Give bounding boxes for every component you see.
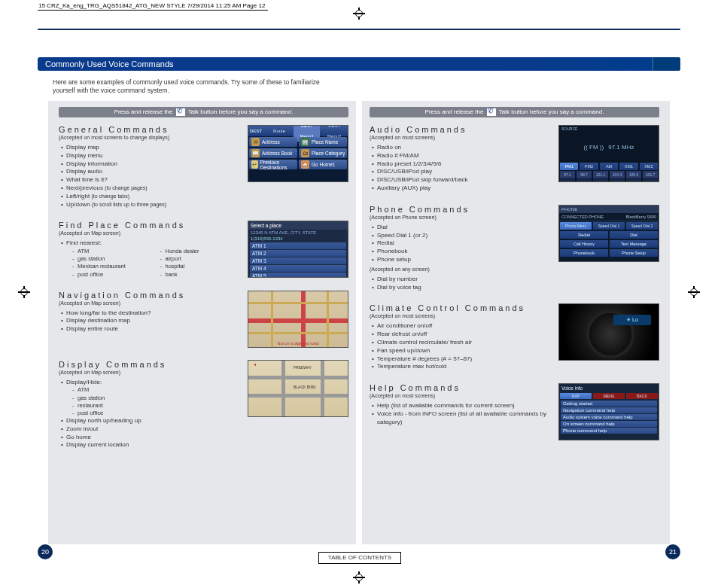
radio-tab: AM bbox=[600, 163, 618, 170]
phone-cell: Call History bbox=[560, 240, 608, 248]
sub-item: Mexican restaurant bbox=[72, 263, 154, 270]
home-icon: 🏠 bbox=[301, 160, 309, 169]
general-sub: (Accepted on most screens to change disp… bbox=[59, 135, 242, 140]
seek-prev-icon: |◀ bbox=[626, 179, 641, 182]
list-item: Radio # FM/AM bbox=[370, 152, 552, 160]
previous-icon: ↩ bbox=[251, 160, 258, 169]
sub-item: post office bbox=[72, 271, 154, 279]
radio-tab: FM2 bbox=[580, 163, 598, 170]
section-audio: Audio Commands (Accepted on most screens… bbox=[370, 125, 659, 193]
category-icon: 🗂 bbox=[301, 149, 309, 157]
section-help: Help Commands (Accepted on most screens)… bbox=[370, 383, 659, 440]
voiceinfo-tab: BACK bbox=[626, 393, 658, 399]
registration-mark-bottom bbox=[353, 571, 365, 583]
list-item: DISC/USB/iPod play bbox=[370, 168, 552, 176]
voiceinfo-item: Navigation command help bbox=[561, 407, 657, 413]
dest-btn: 🏠Go Home1 bbox=[299, 160, 347, 169]
list-item: Next/previous (to change pages) bbox=[59, 184, 242, 193]
list-item: Display north up/heading up bbox=[59, 417, 242, 425]
list-item: Help (list of available commands for cur… bbox=[370, 402, 552, 410]
print-header: 15 CRZ_Ka_eng_TRG_AQS51842_ATG_NEW STYLE… bbox=[38, 2, 268, 11]
phone-cell: Phone Setup bbox=[610, 249, 658, 257]
nav-map-label: Not on a digitized road bbox=[248, 341, 348, 346]
section-climate: Climate Control Commands (Accepted on mo… bbox=[370, 303, 659, 371]
list-item: Dial bbox=[370, 224, 552, 232]
atm-item: ATM 3 bbox=[250, 257, 346, 264]
sub-item: gas station bbox=[72, 395, 242, 402]
help-title: Help Commands bbox=[370, 383, 552, 392]
phone-header: PHONE bbox=[559, 206, 659, 213]
left-column: Press and release the Talk button before… bbox=[48, 101, 359, 544]
instruction-prefix: Press and release the bbox=[425, 108, 485, 115]
atm-item: ATM 5 bbox=[250, 273, 346, 278]
phone-cell: Text Message bbox=[610, 240, 658, 248]
preset: 97.1 bbox=[560, 171, 575, 178]
instruction-suffix: Talk button before you say a command. bbox=[499, 108, 604, 115]
sub-item: gas station bbox=[72, 255, 154, 263]
audio-sub: (Accepted on most screens) bbox=[370, 135, 552, 140]
list-item: Display/Hide: ATM gas station restaurant… bbox=[59, 379, 242, 417]
thumb-voiceinfo-screen: Voice info MAP MENU BACK Getting started… bbox=[558, 383, 659, 440]
voiceinfo-item: Getting started bbox=[561, 401, 657, 407]
navigation-sub: (Accepted on Map screen) bbox=[59, 300, 242, 306]
phone-title: Phone Commands bbox=[370, 205, 552, 214]
toc-link[interactable]: TABLE OF CONTENTS bbox=[318, 552, 401, 564]
voiceinfo-tab: MENU bbox=[593, 393, 625, 399]
radio-freq: 97.1 MHz bbox=[608, 144, 634, 151]
dest-title: DEST bbox=[248, 126, 266, 136]
list-item: Find nearest: ATM gas station Mexican re… bbox=[59, 239, 242, 278]
thumb-dest-screen: DEST Route DEST Menu1 DEST Menu2 ✉Addres… bbox=[248, 125, 348, 182]
dest-btn: 🗂Place Category bbox=[299, 148, 347, 158]
list-item: Temperature max hot/cold bbox=[370, 363, 552, 371]
section-display: Display Commands (Accepted on Map screen… bbox=[59, 360, 348, 449]
list-item: Display audio bbox=[59, 168, 242, 176]
display-title: Display Commands bbox=[59, 360, 242, 369]
scan-label: SCAN bbox=[610, 179, 625, 182]
tune-label: TUNE bbox=[577, 179, 592, 182]
list-item: Air conditioner on/off bbox=[370, 322, 552, 331]
list-item: Auxiliary (AUX) play bbox=[370, 184, 552, 193]
sub-item: bank bbox=[160, 271, 242, 279]
phone-sub: (Accepted on Phone screen) bbox=[370, 215, 552, 220]
atm-address: 12345 N ATM AVE, CITY, STATE bbox=[248, 230, 348, 236]
talk-icon bbox=[487, 108, 496, 116]
section-navigation: Navigation Commands (Accepted on Map scr… bbox=[59, 291, 348, 348]
radio-tab: FM1 bbox=[560, 163, 578, 170]
thumb-atm-list: Select a place 12345 N ATM AVE, CITY, ST… bbox=[248, 221, 348, 278]
list-item: Display entire route bbox=[59, 325, 242, 334]
list-item: Voice info - from INFO screen (list of a… bbox=[370, 410, 552, 427]
instruction-suffix: Talk button before you say a command. bbox=[188, 108, 294, 115]
help-sub: (Accepted on most screens) bbox=[370, 393, 552, 398]
page-title-bar: Commonly Used Voice Commands bbox=[38, 57, 680, 71]
general-title: General Commands bbox=[59, 125, 242, 134]
phone-tab: Speed Dial 2 bbox=[626, 222, 658, 230]
section-phone: Phone Commands (Accepted on Phone screen… bbox=[370, 205, 659, 292]
list-item: Go home bbox=[59, 434, 242, 442]
building-icon: 🏢 bbox=[301, 138, 309, 146]
sub-item: restaurant bbox=[72, 402, 242, 410]
registration-mark-top bbox=[353, 8, 365, 20]
tune-prev-icon: ◀ bbox=[560, 179, 575, 182]
preset: 106.7 bbox=[643, 171, 658, 178]
findplace-title: Find Place Commands bbox=[59, 221, 242, 230]
atm-tel: 1(310)555-1234 bbox=[248, 236, 348, 242]
phone-tab: Phone Menu bbox=[560, 222, 592, 230]
audio-title: Audio Commands bbox=[370, 125, 552, 134]
findplace-sub: (Accepted on Map screen) bbox=[59, 230, 242, 236]
list-item: Phone setup bbox=[370, 256, 552, 264]
right-column: Press and release the Talk button before… bbox=[359, 101, 670, 544]
phone-cell: Dial bbox=[610, 231, 658, 239]
list-item: Display information bbox=[59, 160, 242, 169]
seek-next-icon: ▶| bbox=[643, 179, 658, 182]
connected-phone-label: CONNECTED PHONE bbox=[561, 215, 604, 219]
preset: 105.9 bbox=[626, 171, 641, 178]
list-item: How long/far to the destination? bbox=[59, 309, 242, 318]
general-list: Display map Display menu Display informa… bbox=[59, 144, 242, 209]
thumb-display-map: ◄ BLACK BIRD FREEWAY bbox=[248, 360, 348, 417]
voiceinfo-item: Phone command help bbox=[561, 428, 657, 434]
voiceinfo-item: On screen command help bbox=[561, 421, 657, 427]
list-item: DISC/USB/iPod skip forward/back bbox=[370, 176, 552, 184]
map-label: BLACK BIRD bbox=[294, 385, 316, 389]
phone-sub2: (Accepted on any screen) bbox=[370, 267, 552, 272]
radio-source-label: SOURCE bbox=[559, 126, 659, 132]
